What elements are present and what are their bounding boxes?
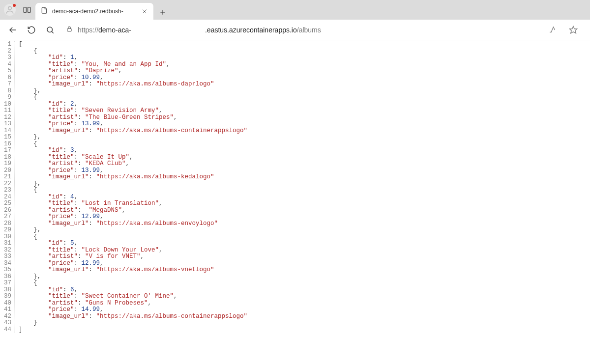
line-number: 26 — [4, 207, 11, 214]
json-punct: : — [74, 213, 82, 220]
line-number: 31 — [4, 240, 11, 247]
line-number: 41 — [4, 307, 11, 313]
url-host1: demo-aca- — [98, 26, 131, 34]
json-punct: : — [74, 167, 82, 174]
json-punct: , — [159, 200, 163, 207]
line-number-gutter: 1234567891011121314151617181920212223242… — [0, 41, 15, 333]
json-string: "KEDA Club" — [85, 160, 126, 167]
code-line: "image_url": "https://aka.ms/albums-vnet… — [19, 267, 247, 274]
code-line: "image_url": "https://aka.ms/albums-cont… — [19, 313, 247, 320]
json-punct: { — [33, 140, 37, 147]
json-key: "title" — [48, 61, 74, 68]
back-button[interactable] — [5, 22, 21, 38]
line-number: 7 — [4, 81, 11, 88]
json-punct: , — [100, 74, 104, 81]
json-punct: , — [74, 101, 78, 108]
read-aloud-icon[interactable] — [545, 22, 560, 38]
json-string: "Seven Revision Army" — [82, 107, 159, 114]
json-key: "title" — [48, 200, 74, 207]
tab-close-button[interactable] — [141, 7, 148, 15]
code-line: }, — [19, 274, 247, 280]
tab-strip: demo-aca-demo2.redbush- — [0, 0, 590, 20]
json-key: "title" — [48, 154, 74, 161]
line-number: 35 — [4, 267, 11, 274]
code-line: "artist": "Guns N Probeses", — [19, 300, 247, 307]
json-punct: , — [174, 114, 177, 121]
json-punct: , — [100, 120, 104, 127]
line-number: 12 — [4, 114, 11, 121]
svg-point-8 — [47, 27, 53, 32]
json-string: "Guns N Probeses" — [85, 300, 148, 307]
json-number: 10.99 — [82, 74, 100, 81]
address-bar[interactable]: https://demo-aca-.eastus.azurecontainera… — [61, 23, 542, 37]
code-line: { — [19, 280, 247, 287]
json-punct: , — [100, 167, 104, 174]
json-code-area[interactable]: [ { "id": 1, "title": "You, Me and an Ap… — [15, 41, 247, 333]
favorite-icon[interactable] — [565, 22, 581, 38]
json-key: "image_url" — [48, 173, 89, 180]
svg-marker-11 — [570, 26, 577, 33]
json-punct: : — [78, 160, 85, 167]
site-info-icon[interactable] — [66, 26, 73, 34]
url-path: /albums — [297, 26, 321, 34]
json-punct: }, — [33, 273, 41, 280]
line-number: 40 — [4, 300, 11, 307]
json-string: "Lost in Translation" — [82, 200, 159, 207]
line-number: 18 — [4, 154, 11, 161]
line-number: 8 — [4, 88, 11, 95]
new-tab-button[interactable] — [155, 5, 170, 20]
json-punct: : — [78, 114, 85, 121]
code-line: "title": "Seven Revision Army", — [19, 108, 247, 114]
code-line: "price": 14.99, — [19, 307, 247, 313]
line-number: 15 — [4, 134, 11, 141]
json-key: "image_url" — [48, 81, 89, 87]
code-line: }, — [19, 181, 247, 188]
browser-tab[interactable]: demo-aca-demo2.redbush- — [35, 3, 153, 20]
json-key: "price" — [48, 120, 74, 127]
svg-rect-1 — [24, 7, 26, 13]
line-number: 43 — [4, 320, 11, 327]
json-key: "artist" — [48, 114, 78, 121]
json-key: "id" — [48, 101, 63, 108]
json-key: "price" — [48, 74, 74, 81]
code-line: "id": 5, — [19, 240, 247, 247]
tab-left-controls — [0, 0, 35, 20]
code-line: }, — [19, 88, 247, 95]
code-line: "id": 2, — [19, 101, 247, 108]
json-key: "id" — [48, 54, 63, 61]
workspaces-icon[interactable] — [23, 5, 31, 14]
line-number: 9 — [4, 94, 11, 101]
line-number: 25 — [4, 200, 11, 207]
line-number: 24 — [4, 194, 11, 201]
line-number: 32 — [4, 247, 11, 254]
code-line: }, — [19, 227, 247, 234]
code-line: ] — [19, 327, 247, 334]
code-line: "title": "Lock Down Your Love", — [19, 247, 247, 254]
json-number: 3 — [70, 147, 74, 154]
json-number: 13.99 — [82, 120, 100, 127]
json-number: 4 — [70, 194, 74, 200]
json-punct: , — [159, 107, 163, 114]
code-line: "image_url": "https://aka.ms/albums-keda… — [19, 174, 247, 181]
json-punct: , — [74, 147, 78, 154]
json-punct: : — [63, 101, 70, 108]
code-line: { — [19, 48, 247, 55]
search-button[interactable] — [42, 22, 58, 38]
json-punct: , — [74, 54, 78, 61]
json-key: "artist" — [48, 207, 78, 214]
json-punct: ] — [19, 326, 23, 333]
json-punct: : — [78, 253, 85, 260]
notification-dot-icon — [13, 4, 16, 7]
json-punct: }, — [33, 87, 41, 94]
json-punct: : — [63, 147, 70, 154]
browser-chrome: demo-aca-demo2.redbush- https://demo-aca… — [0, 0, 590, 40]
json-punct: : — [63, 240, 70, 247]
json-punct: : — [74, 74, 82, 81]
json-key: "price" — [48, 167, 74, 174]
json-punct: { — [33, 94, 37, 101]
profile-avatar-icon[interactable] — [4, 4, 16, 16]
code-line: "price": 10.99, — [19, 75, 247, 82]
json-punct: , — [118, 67, 122, 74]
refresh-button[interactable] — [24, 22, 39, 38]
json-string: "https://aka.ms/albums-envoylogo" — [96, 220, 218, 227]
